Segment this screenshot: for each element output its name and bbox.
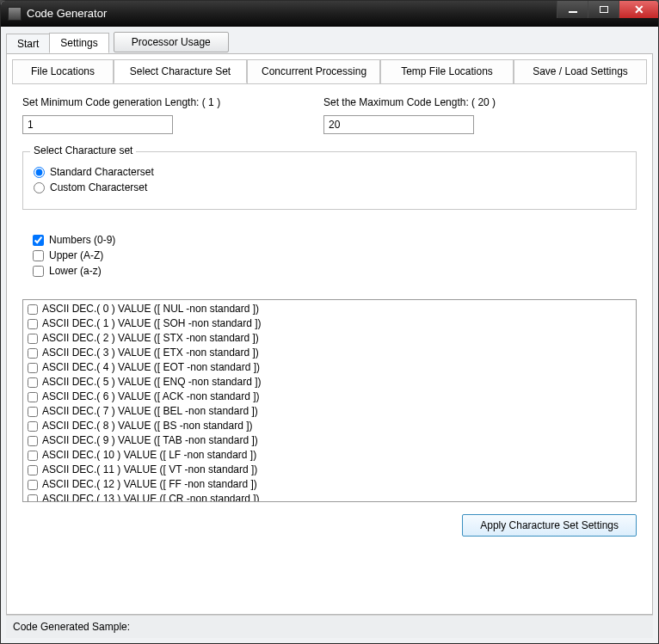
ascii-item-checkbox[interactable] [28, 494, 38, 503]
window-controls: ✕ [557, 1, 658, 18]
ascii-item-checkbox[interactable] [28, 465, 38, 475]
maximize-button[interactable] [588, 1, 619, 18]
radio-standard-label: Standard Characterset [50, 166, 154, 178]
charset-page: Set Minimum Code generation Length: ( 1 … [9, 84, 650, 612]
app-window: Code Generator ✕ Start Settings Processo… [0, 0, 659, 644]
radio-standard-input[interactable] [34, 167, 45, 178]
check-lower[interactable]: Lower (a-z) [33, 265, 637, 277]
subtab-select-charset[interactable]: Select Characture Set [114, 59, 247, 83]
check-upper-label: Upper (A-Z) [49, 249, 103, 261]
ascii-listbox[interactable]: ASCII DEC.( 0 ) VALUE ([ NUL -non standa… [22, 299, 637, 502]
ascii-item-label: ASCII DEC.( 6 ) VALUE ([ ACK -non standa… [42, 390, 260, 403]
ascii-item-label: ASCII DEC.( 3 ) VALUE ([ ETX -non standa… [42, 347, 259, 359]
ascii-item-checkbox[interactable] [28, 304, 38, 315]
subtab-save-load[interactable]: Save / Load Settings [514, 59, 647, 83]
ascii-item-checkbox[interactable] [28, 319, 38, 329]
min-length-label: Set Minimum Code generation Length: ( 1 … [22, 96, 246, 108]
ascii-item[interactable]: ASCII DEC.( 6 ) VALUE ([ ACK -non standa… [25, 389, 634, 404]
ascii-item[interactable]: ASCII DEC.( 4 ) VALUE ([ EOT -non standa… [25, 360, 634, 375]
ascii-item-checkbox[interactable] [28, 480, 38, 490]
settings-page: File Locations Select Characture Set Con… [6, 54, 653, 615]
subtab-concurrent[interactable]: Concurrent Processing [247, 59, 380, 83]
ascii-item[interactable]: ASCII DEC.( 1 ) VALUE ([ SOH -non standa… [25, 316, 634, 331]
ascii-item-label: ASCII DEC.( 13 ) VALUE ([ CR -non standa… [42, 493, 260, 502]
ascii-item-label: ASCII DEC.( 9 ) VALUE ([ TAB -non standa… [42, 434, 258, 447]
ascii-item[interactable]: ASCII DEC.( 10 ) VALUE ([ LF -non standa… [25, 448, 634, 463]
charset-groupbox: Select Characture set Standard Character… [22, 151, 637, 210]
ascii-item-label: ASCII DEC.( 11 ) VALUE ([ VT -non standa… [42, 463, 257, 476]
tab-settings[interactable]: Settings [49, 33, 108, 53]
ascii-item-checkbox[interactable] [28, 436, 38, 446]
radio-standard[interactable]: Standard Characterset [34, 166, 625, 178]
ascii-item[interactable]: ASCII DEC.( 7 ) VALUE ([ BEL -non standa… [25, 404, 634, 419]
check-lower-input[interactable] [33, 266, 44, 277]
ascii-item[interactable]: ASCII DEC.( 12 ) VALUE ([ FF -non standa… [25, 477, 634, 492]
main-tabs: Start Settings Processor Usage [6, 32, 653, 54]
ascii-item-label: ASCII DEC.( 0 ) VALUE ([ NUL -non standa… [42, 303, 259, 316]
tab-start[interactable]: Start [6, 34, 50, 53]
window-title: Code Generator [27, 7, 107, 20]
radio-custom[interactable]: Custom Characterset [34, 181, 625, 193]
max-length-input[interactable] [323, 115, 474, 134]
app-icon [8, 7, 22, 21]
ascii-item-checkbox[interactable] [28, 348, 38, 359]
subtab-file-locations[interactable]: File Locations [12, 59, 114, 83]
titlebar[interactable]: Code Generator ✕ [1, 1, 658, 27]
ascii-item-checkbox[interactable] [28, 392, 38, 402]
minimize-icon [569, 11, 577, 13]
ascii-item-label: ASCII DEC.( 7 ) VALUE ([ BEL -non standa… [42, 405, 258, 418]
close-button[interactable]: ✕ [619, 1, 658, 18]
check-numbers-input[interactable] [33, 235, 44, 246]
ascii-item-label: ASCII DEC.( 2 ) VALUE ([ STX -non standa… [42, 332, 259, 345]
ascii-item-checkbox[interactable] [28, 377, 38, 388]
ascii-item-label: ASCII DEC.( 5 ) VALUE ([ ENQ -non standa… [42, 376, 262, 389]
ascii-item[interactable]: ASCII DEC.( 5 ) VALUE ([ ENQ -non standa… [25, 375, 634, 389]
ascii-item[interactable]: ASCII DEC.( 3 ) VALUE ([ ETX -non standa… [25, 346, 634, 360]
length-row: Set Minimum Code generation Length: ( 1 … [22, 96, 637, 134]
apply-charset-button[interactable]: Apply Characture Set Settings [462, 514, 637, 537]
ascii-item-label: ASCII DEC.( 12 ) VALUE ([ FF -non standa… [42, 478, 257, 491]
ascii-item-checkbox[interactable] [28, 407, 38, 417]
ascii-item-checkbox[interactable] [28, 451, 38, 461]
ascii-item-label: ASCII DEC.( 10 ) VALUE ([ LF -non standa… [42, 449, 256, 462]
charset-group-title: Select Characture set [30, 144, 136, 156]
ascii-item[interactable]: ASCII DEC.( 8 ) VALUE ([ BS -non standar… [25, 419, 634, 433]
minimize-button[interactable] [557, 1, 588, 18]
check-upper[interactable]: Upper (A-Z) [33, 249, 637, 261]
charclass-checks: Numbers (0-9) Upper (A-Z) Lower (a-z) [33, 230, 637, 280]
footer: Code Generated Sample: [6, 615, 653, 638]
subtab-temp-locations[interactable]: Temp File Locations [380, 59, 514, 83]
maximize-icon [600, 6, 608, 13]
close-icon: ✕ [634, 3, 644, 16]
ascii-item[interactable]: ASCII DEC.( 11 ) VALUE ([ VT -non standa… [25, 463, 634, 477]
min-length-input[interactable] [22, 115, 173, 134]
check-lower-label: Lower (a-z) [49, 265, 102, 277]
ascii-item[interactable]: ASCII DEC.( 13 ) VALUE ([ CR -non standa… [25, 492, 634, 502]
ascii-item[interactable]: ASCII DEC.( 2 ) VALUE ([ STX -non standa… [25, 331, 634, 346]
sample-label: Code Generated Sample: [13, 621, 130, 633]
max-length-label: Set the Maximum Code Length: ( 20 ) [323, 96, 547, 108]
ascii-item[interactable]: ASCII DEC.( 9 ) VALUE ([ TAB -non standa… [25, 433, 634, 448]
ascii-item-label: ASCII DEC.( 8 ) VALUE ([ BS -non standar… [42, 420, 253, 432]
ascii-item-checkbox[interactable] [28, 334, 38, 344]
check-upper-input[interactable] [33, 250, 44, 261]
sub-tabs: File Locations Select Characture Set Con… [12, 59, 647, 84]
ascii-item-label: ASCII DEC.( 4 ) VALUE ([ EOT -non standa… [42, 361, 260, 374]
ascii-item-checkbox[interactable] [28, 363, 38, 373]
client-area: Start Settings Processor Usage File Loca… [1, 27, 658, 643]
ascii-item[interactable]: ASCII DEC.( 0 ) VALUE ([ NUL -non standa… [25, 302, 634, 316]
radio-custom-input[interactable] [34, 182, 45, 193]
radio-custom-label: Custom Characterset [50, 181, 147, 193]
check-numbers-label: Numbers (0-9) [49, 234, 115, 246]
processor-usage-button[interactable]: Processor Usage [114, 32, 229, 52]
ascii-item-checkbox[interactable] [28, 421, 38, 432]
check-numbers[interactable]: Numbers (0-9) [33, 234, 637, 246]
ascii-item-label: ASCII DEC.( 1 ) VALUE ([ SOH -non standa… [42, 317, 262, 330]
